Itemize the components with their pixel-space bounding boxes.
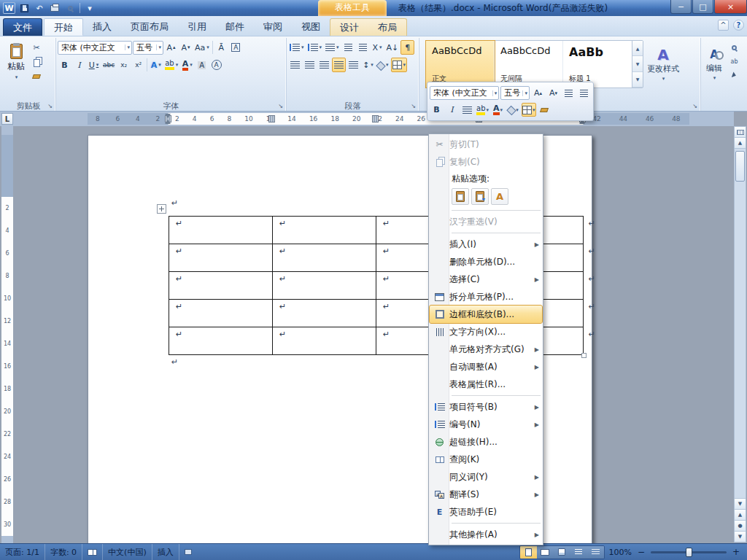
line-spacing-button[interactable]: ↕▾ [361,58,375,72]
first-line-indent-marker[interactable] [165,114,171,118]
scrollbar-thumb[interactable] [735,151,745,182]
horizontal-ruler[interactable]: L 8642 246810121416182022242628303234363… [0,112,734,126]
menu-english-assistance[interactable]: E 英语助手(E) [430,503,542,521]
menu-look-up[interactable]: 查阅(K) [430,451,542,468]
hanging-indent-marker[interactable] [165,120,171,124]
next-page-button[interactable]: ▼ [735,531,746,542]
menu-split-cells[interactable]: 拆分单元格(P)... [430,288,542,306]
font-dialog-launcher[interactable]: ↘ [276,102,285,110]
tab-references[interactable]: 引用 [178,18,216,36]
minimize-ribbon-button[interactable]: ^ [718,20,729,31]
mini-center-button[interactable] [460,103,474,117]
print-layout-view-button[interactable] [520,546,537,559]
tab-stop-selector[interactable]: L [1,113,13,125]
fullscreen-reading-view-button[interactable] [537,546,554,559]
align-left-button[interactable] [288,58,302,72]
mini-shading-button[interactable]: ▾ [506,103,520,117]
help-button[interactable]: ? [733,20,744,31]
ruler-toggle-button[interactable] [735,127,746,138]
mini-shrink-font-button[interactable]: A▾ [546,86,560,100]
tab-view[interactable]: 视图 [292,18,330,36]
sort-button[interactable]: A↓ [385,40,400,55]
tab-insert[interactable]: 插入 [83,18,121,36]
styles-scroll-down-button[interactable]: ▼ [632,56,643,71]
mini-highlight-button[interactable]: ab▾ [476,103,489,117]
paste-button[interactable]: 粘贴 ▾ [3,39,29,85]
close-button[interactable]: × [714,0,747,14]
select-browse-object-button[interactable]: ● [735,520,746,531]
copy-button[interactable] [29,55,44,69]
asian-layout-button[interactable]: X▾ [371,40,384,55]
menu-hanzi-reselect[interactable]: 汉字重选(V) [430,213,542,230]
grow-font-button[interactable]: A▴ [164,40,178,55]
numbering-button[interactable]: ▾ [306,40,324,55]
print-preview-button[interactable] [63,1,77,15]
scroll-up-button[interactable]: ▲ [735,138,746,149]
change-styles-button[interactable]: A 更改样式 ▾ [643,40,683,88]
paste-keep-source-formatting-button[interactable] [452,188,469,205]
decrease-indent-button[interactable] [341,40,355,55]
table-tools-header[interactable]: 表格工具 [318,0,387,16]
table-cell[interactable]: ↵ [169,217,273,244]
align-center-button[interactable] [303,58,317,72]
enclose-characters-button[interactable]: A [209,58,223,72]
paste-keep-text-only-button[interactable]: A [491,188,508,205]
save-button[interactable] [18,1,31,15]
clipboard-dialog-launcher[interactable]: ↘ [46,102,54,110]
zoom-level[interactable]: 100% [609,548,632,557]
tab-review[interactable]: 审阅 [254,18,292,36]
editing-button[interactable]: A 编辑 ▾ [703,40,726,88]
character-shading-button[interactable]: A [195,58,209,72]
print-button[interactable] [48,1,61,15]
zoom-slider-thumb[interactable] [686,548,692,557]
text-highlight-button[interactable]: ab▾ [163,58,179,72]
mini-format-painter-button[interactable] [538,103,551,117]
mini-grow-font-button[interactable]: A▴ [531,86,545,100]
paste-merge-formatting-button[interactable]: ▾ [471,188,489,205]
menu-copy[interactable]: 复制(C) [430,153,542,171]
mini-font-size-combo[interactable]: 五号 ▾ [500,86,530,100]
font-size-combo[interactable]: 五号 ▾ [133,41,163,55]
table-cell[interactable]: ↵ [273,272,376,300]
insert-mode-indicator[interactable]: 插入 [152,544,179,560]
table-cell[interactable]: ↵ [169,272,273,300]
draft-view-button[interactable] [587,546,604,559]
table-column-marker[interactable] [268,115,275,122]
tab-page-layout[interactable]: 页面布局 [121,18,178,36]
undo-button[interactable]: ↶ [33,1,46,15]
menu-text-direction[interactable]: 文字方向(X)... [430,323,542,341]
increase-indent-button[interactable] [356,40,370,55]
character-border-button[interactable]: A [229,40,243,55]
previous-page-button[interactable]: ▲ [735,509,746,520]
table-cell[interactable]: ↵ [273,244,376,272]
menu-select[interactable]: 选择(C) ▶ [430,271,542,288]
justify-button[interactable] [332,58,346,72]
tab-home[interactable]: 开始 [44,18,83,36]
style-item-heading1[interactable]: AaBb 标题 1 [563,41,632,88]
vertical-ruler[interactable]: 24681012141618202224262830 [1,126,13,543]
phonetic-guide-button[interactable]: Ā [214,40,228,55]
table-cell[interactable]: ↵ [273,300,376,327]
mini-bold-button[interactable]: B [430,103,444,117]
underline-button[interactable]: U▾ [87,58,101,72]
menu-insert[interactable]: 插入(I) ▶ [430,236,542,253]
menu-cut[interactable]: ✂ 剪切(T) [430,136,542,153]
cut-button[interactable]: ✂ [29,41,44,54]
table-cell[interactable]: ↵ [273,327,376,355]
table-column-marker[interactable] [372,115,379,122]
find-button[interactable] [728,42,740,53]
menu-numbering[interactable]: 编号(N) ▶ [430,416,542,433]
bullets-button[interactable]: ▾ [288,40,306,55]
style-item-normal[interactable]: AaBbCcDd 正文 [426,41,495,88]
proofing-status[interactable] [82,544,103,560]
outline-view-button[interactable] [570,546,587,559]
zoom-out-button[interactable]: − [636,547,646,557]
paragraph-dialog-launcher[interactable]: ↘ [409,102,417,110]
replace-button[interactable]: ab [728,55,740,67]
borders-button[interactable]: ▾ [391,58,408,72]
menu-hyperlink[interactable]: 超链接(H)... [430,433,542,451]
tab-file[interactable]: 文件 [3,18,42,36]
menu-autofit[interactable]: 自动调整(A) ▶ [430,358,542,376]
mini-font-color-button[interactable]: A▾ [491,103,505,117]
menu-borders-and-shading[interactable]: 边框和底纹(B)... [430,306,542,323]
